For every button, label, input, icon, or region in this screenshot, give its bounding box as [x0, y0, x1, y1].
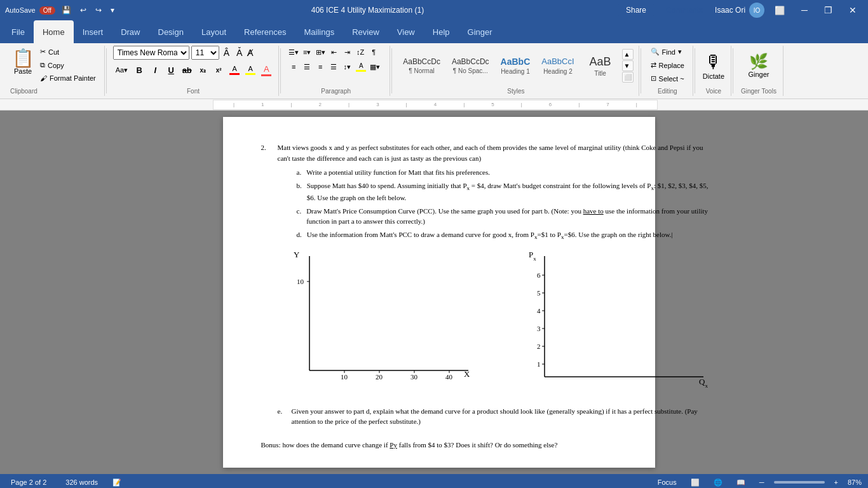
- bold-button[interactable]: B: [132, 63, 146, 77]
- style-nospace-label: ¶ No Spac...: [453, 67, 488, 74]
- svg-text:Px: Px: [529, 250, 536, 262]
- tab-help[interactable]: Help: [424, 20, 459, 43]
- share-button[interactable]: Share: [618, 3, 654, 17]
- tab-view[interactable]: View: [388, 20, 424, 43]
- save-icon[interactable]: 💾: [59, 4, 74, 16]
- focus-button[interactable]: Focus: [653, 477, 681, 488]
- cut-button[interactable]: ✂ Cut: [37, 46, 99, 58]
- comments-button[interactable]: Comments: [658, 3, 711, 18]
- sort-button[interactable]: ↕Z: [354, 46, 367, 58]
- paste-button[interactable]: 📋 Paste: [9, 46, 37, 79]
- copy-button[interactable]: ⧉ Copy: [37, 59, 99, 71]
- styles-scroll-down[interactable]: ▼: [622, 60, 634, 71]
- tab-insert[interactable]: Insert: [74, 20, 112, 43]
- ginger-button[interactable]: 🌿 Ginger: [748, 46, 769, 85]
- style-normal[interactable]: AaBbCcDc ¶ Normal: [398, 54, 445, 77]
- svg-text:20: 20: [376, 373, 383, 381]
- undo-icon[interactable]: ↩: [78, 4, 89, 16]
- ribbon-display-btn[interactable]: ⬜: [768, 0, 791, 20]
- tab-design[interactable]: Design: [149, 20, 193, 43]
- reader-layout-icon[interactable]: 📖: [732, 477, 750, 489]
- style-title[interactable]: AaB Title: [581, 51, 620, 79]
- font-color-button[interactable]: A: [227, 63, 241, 77]
- style-heading2[interactable]: AaBbCcI Heading 2: [537, 53, 578, 77]
- sep-2: [280, 48, 281, 93]
- avatar[interactable]: IO: [749, 3, 764, 18]
- line-spacing-button[interactable]: ↕▾: [341, 60, 353, 73]
- close-btn[interactable]: ✕: [843, 0, 863, 20]
- styles-scroll-up[interactable]: ▲: [622, 49, 634, 60]
- format-painter-label: Format Painter: [50, 74, 96, 82]
- minimize-btn[interactable]: ─: [795, 0, 814, 20]
- multilevel-button[interactable]: ⊞▾: [314, 46, 327, 58]
- align-center-button[interactable]: ☰: [301, 60, 313, 73]
- share-header-btn[interactable]: Share: [618, 3, 654, 17]
- tab-draw[interactable]: Draw: [112, 20, 149, 43]
- align-left-button[interactable]: ≡: [287, 60, 300, 73]
- replace-button[interactable]: ⇄ Replace: [648, 59, 688, 71]
- format-painter-button[interactable]: 🖌 Format Painter: [37, 72, 99, 84]
- styles-expand[interactable]: ⬜: [622, 72, 634, 83]
- svg-text:10: 10: [341, 373, 348, 381]
- style-h2-label: Heading 2: [543, 68, 573, 75]
- tab-file[interactable]: File: [3, 20, 34, 43]
- show-formatting-button[interactable]: ¶: [367, 46, 380, 58]
- font-face-select[interactable]: Times New Roman: [113, 46, 189, 60]
- zoom-in-button[interactable]: +: [830, 477, 843, 488]
- font-size-select[interactable]: 11: [191, 46, 219, 60]
- tab-ginger[interactable]: Ginger: [459, 20, 501, 43]
- dictate-button[interactable]: 🎙 Dictate: [703, 46, 724, 85]
- italic-button[interactable]: I: [148, 63, 162, 77]
- border-button[interactable]: ▦▾: [369, 60, 381, 73]
- restore-btn[interactable]: ❐: [818, 0, 839, 20]
- document-page[interactable]: 2. Matt views goods x and y as perfect s…: [223, 117, 655, 468]
- autosave-toggle[interactable]: Off: [39, 6, 55, 15]
- tab-review[interactable]: Review: [343, 20, 388, 43]
- clear-format-button[interactable]: A̸: [247, 48, 254, 58]
- numbering-button[interactable]: ≡▾: [301, 46, 313, 58]
- zoom-out-button[interactable]: ─: [755, 477, 769, 488]
- word-count[interactable]: 326 words: [61, 477, 102, 488]
- align-right-button[interactable]: ≡: [314, 60, 327, 73]
- more-qs-icon[interactable]: ▾: [108, 4, 117, 16]
- style-heading1[interactable]: AaBbC Heading 1: [496, 53, 535, 78]
- text-color-button[interactable]: A: [259, 63, 273, 77]
- find-button[interactable]: 🔍 Find ▾: [648, 46, 688, 58]
- find-icon: 🔍: [651, 48, 660, 56]
- shading-button[interactable]: A: [354, 60, 368, 73]
- sub-d-letter: d.: [297, 229, 302, 242]
- styles-group: AaBbCcDc ¶ Normal AaBbCcDc ¶ No Spac... …: [393, 46, 639, 96]
- style-no-spacing[interactable]: AaBbCcDc ¶ No Spac...: [447, 54, 494, 77]
- redo-icon[interactable]: ↪: [93, 4, 104, 16]
- font-grow-button[interactable]: Â: [221, 46, 232, 60]
- tab-layout[interactable]: Layout: [193, 20, 235, 43]
- sub-item-a: a. Write a potential utility function fo…: [297, 167, 710, 178]
- zoom-slider[interactable]: [774, 481, 825, 484]
- document-scroll[interactable]: 2. Matt views goods x and y as perfect s…: [10, 111, 868, 474]
- tab-references[interactable]: References: [235, 20, 295, 43]
- increase-indent-button[interactable]: ⇥: [341, 46, 353, 58]
- sub-e-letter: e.: [278, 406, 287, 427]
- tab-home[interactable]: Home: [34, 20, 74, 43]
- svg-text:X: X: [464, 369, 470, 379]
- bullets-button[interactable]: ☰▾: [287, 46, 300, 58]
- superscript-button[interactable]: x²: [212, 63, 226, 77]
- font-shrink-button[interactable]: Ǎ: [234, 46, 245, 60]
- decrease-indent-button[interactable]: ⇤: [327, 46, 340, 58]
- highlight-color-button[interactable]: A: [243, 63, 257, 77]
- dictate-label: Dictate: [703, 72, 724, 80]
- print-layout-icon[interactable]: ⬜: [686, 477, 704, 489]
- strikethrough-button[interactable]: ab: [180, 63, 194, 77]
- comments-header-btn[interactable]: Comments: [658, 3, 711, 18]
- select-button[interactable]: ⊡ Select ~: [648, 72, 688, 85]
- page-count[interactable]: Page 2 of 2: [6, 477, 51, 488]
- web-layout-icon[interactable]: 🌐: [709, 477, 727, 489]
- statusbar: Page 2 of 2 326 words 📝 Focus ⬜ 🌐 📖 ─ + …: [0, 474, 868, 488]
- subscript-button[interactable]: x₂: [196, 63, 210, 77]
- zoom-percentage[interactable]: 87%: [848, 478, 862, 486]
- aa-button[interactable]: Aa▾: [113, 64, 130, 76]
- justify-button[interactable]: ☰: [327, 60, 340, 73]
- proofing-icon[interactable]: 📝: [112, 478, 121, 487]
- tab-mailings[interactable]: Mailings: [295, 20, 344, 43]
- underline-button[interactable]: U: [164, 63, 178, 77]
